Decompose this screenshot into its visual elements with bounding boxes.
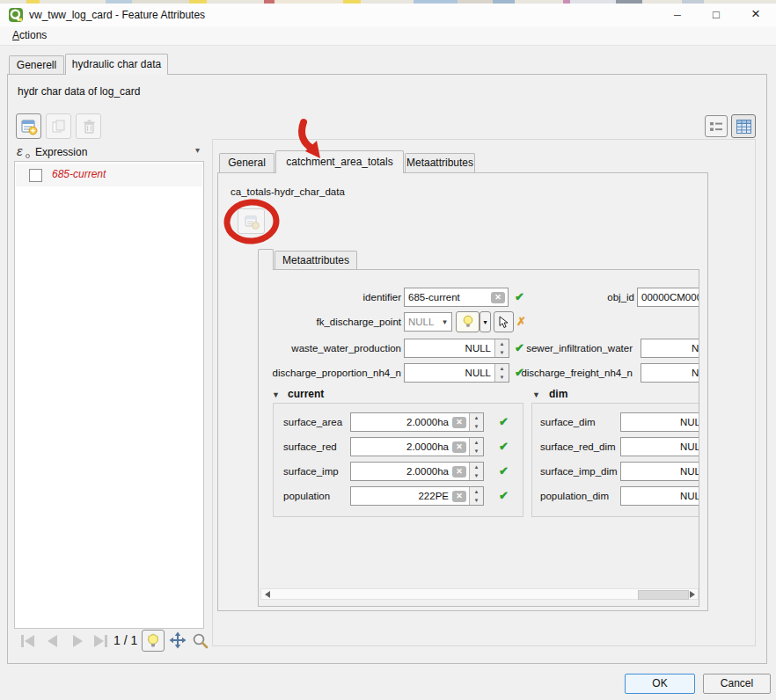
discharge-proportion-nh4-n-label: discharge_proportion_nh4_n [259,363,401,383]
next-feature-button[interactable] [73,635,83,647]
valid-check-icon: ✔ [499,465,509,478]
valid-check-icon: ✔ [499,490,509,502]
surface-dim-input[interactable]: NULL [620,412,699,432]
form-view-toggle-button[interactable] [705,115,728,137]
trash-icon [80,118,98,135]
lightbulb-icon [462,315,474,329]
population-dim-label: population_dim [540,486,618,506]
collapse-triangle-icon[interactable]: ▼ [272,390,280,400]
discharge-freight-nh4-n-input[interactable]: NULL [641,363,699,383]
map-cursor-icon [498,316,509,329]
spinner-buttons[interactable]: ▲▼ [469,487,483,505]
horizontal-scrollbar[interactable] [260,588,699,600]
expression-epsilon-lens [26,154,30,158]
discharge-freight-nh4-n-value: NULL [641,368,699,378]
tab-catchment-area-totals[interactable]: catchment_area_totals [275,150,404,173]
spinner-buttons[interactable]: ▲▼ [469,463,483,480]
expression-header-label: Expression [35,146,87,158]
cancel-button[interactable]: Cancel [703,674,771,694]
surface-imp-value: 2.0000ha [351,466,452,477]
clear-icon[interactable]: ✕ [452,441,466,453]
tab-general-label: General [228,157,266,169]
subtab-form[interactable] [258,249,274,270]
clear-icon[interactable]: ✕ [452,491,466,502]
section-dim-title[interactable]: dim [549,388,567,400]
highlight-feature-button[interactable] [142,630,165,652]
scrollbar-thumb[interactable] [638,590,689,600]
relation-form-button[interactable] [238,208,265,234]
valid-check-icon: ✔ [499,416,509,428]
menu-actions[interactable]: Actions [9,26,50,46]
previous-feature-button[interactable] [48,635,57,647]
discharge-proportion-nh4-n-value: NULL [405,368,494,378]
tab-metaattributes[interactable]: Metaattributes [405,153,475,172]
obj-id-input[interactable]: 00000CM0000 [637,288,699,307]
list-item-checkbox[interactable] [29,169,42,182]
pan-to-feature-button[interactable] [169,631,187,649]
feature-list[interactable]: 685-current [14,161,204,629]
clear-icon[interactable]: ✕ [491,292,505,303]
expression-epsilon-icon: ε [17,143,23,158]
population-dim-input[interactable]: NULL [620,486,699,506]
surface-imp-input[interactable]: 2.0000ha ✕ ▲▼ [350,462,484,481]
clear-icon[interactable]: ✕ [452,466,466,478]
subtab-metaattributes[interactable]: Metaattributes [275,251,357,269]
delete-child-feature-button [76,113,101,139]
duplicate-child-feature-button [46,113,71,139]
surface-dim-label: surface_dim [540,412,618,432]
highlight-related-button[interactable] [456,311,480,332]
table-view-toggle-button[interactable] [731,114,756,138]
attribute-form-area: identifier 685-current ✕ ✔ obj_id 00000C… [258,269,699,607]
spinner-buttons[interactable]: ▲▼ [469,438,483,456]
collapse-triangle-icon[interactable]: ▼ [532,390,540,400]
tab-catchment-label: catchment_area_totals [286,156,392,168]
expression-dropdown-caret[interactable]: ▾ [195,145,200,155]
menubar: Actions [0,26,776,46]
relation-group-label: ca_totals-hydr_char_data [231,186,345,197]
highlight-related-caret-button[interactable]: ▾ [480,311,491,332]
form-view-icon [709,120,723,134]
maximize-button[interactable]: □ [703,4,729,26]
population-input[interactable]: 222PE ✕ ▲▼ [350,486,484,506]
discharge-freight-nh4-n-label: discharge_freight_nh4_n [492,363,633,383]
titlebar[interactable]: vw_tww_log_card - Feature Attributes – □… [0,4,776,26]
pan-arrows-icon [169,631,187,649]
ok-button[interactable]: OK [625,674,695,694]
tab-hydraulic-label: hydraulic char data [72,58,161,70]
identifier-input[interactable]: 685-current ✕ [404,288,509,307]
close-button[interactable]: × [743,4,769,26]
fk-discharge-point-label: fk_discharge_point [260,312,401,332]
chevron-down-icon: ▾ [483,318,487,326]
tab-hydraulic-char-data[interactable]: hydraulic char data [65,54,168,75]
list-item[interactable]: 685-current [16,164,202,186]
surface-imp-dim-value: NULL [621,466,699,477]
surface-area-label: surface_area [283,412,354,432]
minimize-button[interactable]: – [664,4,691,26]
clear-icon[interactable]: ✕ [452,417,466,428]
sewer-infiltration-water-input[interactable]: NULL [641,339,699,358]
surface-imp-dim-input[interactable]: NULL [620,462,699,481]
surface-red-input[interactable]: 2.0000ha ✕ ▲▼ [350,437,484,456]
tab-generell[interactable]: Generell [9,55,64,74]
section-current-title[interactable]: current [288,388,324,400]
window-title: vw_tww_log_card - Feature Attributes [29,4,205,26]
first-feature-button[interactable] [21,635,34,647]
surface-dim-value: NULL [621,417,699,427]
group-title: hydr char data of log_card [18,85,140,98]
sewer-infiltration-water-label: sewer_infiltration_water [492,339,633,358]
surface-area-input[interactable]: 2.0000ha ✕ ▲▼ [350,412,484,432]
select-on-map-button[interactable] [494,311,514,332]
last-feature-button[interactable] [94,635,107,647]
scroll-right-arrow[interactable] [686,589,698,599]
spinner-buttons[interactable]: ▲▼ [469,413,483,431]
obj-id-value: 00000CM0000 [638,292,699,303]
fk-discharge-point-select[interactable]: NULL ▾ [404,312,452,332]
lightbulb-icon [146,633,160,649]
zoom-to-feature-button[interactable] [192,632,209,649]
add-child-feature-button[interactable] [16,113,41,139]
form-new-icon [20,118,38,135]
tab-general[interactable]: General [219,153,275,172]
current-group-box: surface_area 2.0000ha ✕ ▲▼ ✔ surface_red… [273,403,523,517]
surface-red-dim-input[interactable]: NULL [620,437,699,456]
scroll-left-arrow[interactable] [261,589,273,599]
